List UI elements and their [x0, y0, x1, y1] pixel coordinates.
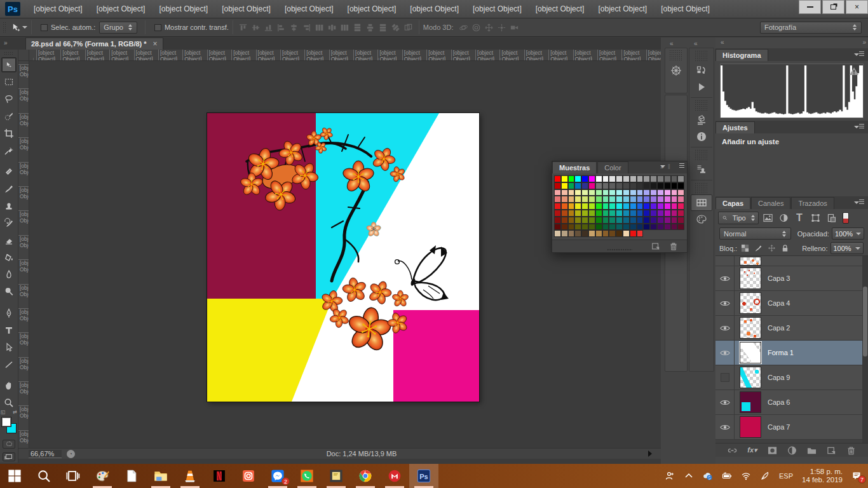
- adjustment-icon[interactable]: [736, 165, 750, 177]
- delete-layer-icon[interactable]: [846, 446, 856, 455]
- layer-thumbnail[interactable]: [740, 416, 761, 438]
- swatch[interactable]: [637, 182, 644, 189]
- swatch[interactable]: [602, 196, 609, 203]
- swatch[interactable]: [650, 196, 657, 203]
- link-layers-icon[interactable]: [728, 446, 737, 455]
- swatch[interactable]: [616, 203, 623, 210]
- swatch[interactable]: [595, 203, 602, 210]
- taskbar-app-button[interactable]: [409, 464, 438, 488]
- panel-menu-icon[interactable]: [854, 124, 864, 130]
- swatch[interactable]: [574, 196, 581, 203]
- swatch[interactable]: [637, 175, 644, 182]
- layer-row[interactable]: Capa 9: [715, 365, 868, 390]
- swatch[interactable]: [630, 175, 637, 182]
- swatch[interactable]: [574, 203, 581, 210]
- swatch[interactable]: [623, 189, 630, 196]
- menu-item[interactable]: [object Object]: [278, 4, 341, 13]
- swatch[interactable]: [581, 175, 588, 182]
- align-icon[interactable]: [326, 21, 339, 34]
- align-icon[interactable]: [390, 21, 402, 34]
- swatch[interactable]: [657, 196, 664, 203]
- swatch[interactable]: [561, 210, 568, 217]
- menu-item[interactable]: [object Object]: [90, 4, 153, 13]
- tab-trazados[interactable]: Trazados: [791, 197, 834, 209]
- close-button[interactable]: ×: [846, 0, 868, 14]
- swatch[interactable]: [561, 175, 568, 182]
- swatch[interactable]: [616, 175, 623, 182]
- screen-mode-button[interactable]: [3, 452, 15, 461]
- swatch[interactable]: [677, 224, 684, 231]
- swatch[interactable]: [630, 189, 637, 196]
- adjustment-icon[interactable]: [765, 150, 779, 161]
- adjustment-icon[interactable]: [756, 165, 770, 177]
- swatch[interactable]: [671, 196, 678, 203]
- pen-input-icon[interactable]: [760, 471, 770, 481]
- adjustment-icon[interactable]: [804, 180, 818, 192]
- swatch[interactable]: [637, 230, 644, 237]
- align-icon[interactable]: [402, 21, 415, 34]
- swatch[interactable]: [554, 210, 561, 217]
- layer-visibility-toggle[interactable]: [715, 316, 735, 340]
- swatch[interactable]: [623, 217, 630, 224]
- adjustment-icon[interactable]: [795, 165, 809, 177]
- align-icon[interactable]: [237, 21, 250, 34]
- lock-pixels-icon[interactable]: [753, 243, 764, 254]
- autoselect-dropdown[interactable]: Grupo: [99, 22, 137, 34]
- swatch[interactable]: [616, 217, 623, 224]
- transform-checkbox[interactable]: [154, 24, 161, 31]
- adjustment-icon[interactable]: [745, 180, 759, 192]
- tool-button[interactable]: [1, 357, 17, 372]
- canvas-document[interactable]: [207, 113, 479, 402]
- layer-thumbnail[interactable]: [740, 292, 761, 314]
- taskbar-app-button[interactable]: [29, 464, 58, 488]
- battery-icon[interactable]: [722, 471, 732, 481]
- swatch[interactable]: [609, 175, 616, 182]
- zoom-level-field[interactable]: 66,67%: [29, 450, 62, 458]
- align-icon[interactable]: [351, 21, 364, 34]
- dock-collapse-icon[interactable]: «: [694, 40, 697, 47]
- swatch[interactable]: [574, 230, 581, 237]
- language-indicator[interactable]: ESP: [779, 472, 793, 480]
- adjustment-icon[interactable]: [815, 165, 829, 177]
- foreground-color-well[interactable]: [1, 417, 11, 427]
- panel-icon-wheel[interactable]: [665, 62, 687, 79]
- taskbar-app-button[interactable]: [292, 464, 322, 488]
- adjustment-layer-icon[interactable]: [787, 446, 797, 455]
- swatch[interactable]: [677, 189, 684, 196]
- swatch[interactable]: [609, 182, 616, 189]
- swatch[interactable]: [554, 230, 561, 237]
- layer-visibility-toggle[interactable]: [715, 341, 735, 365]
- swatch[interactable]: [677, 210, 684, 217]
- layer-visibility-toggle[interactable]: [715, 291, 735, 315]
- swatch[interactable]: [630, 210, 637, 217]
- delete-swatch-icon[interactable]: [669, 242, 678, 250]
- swatch[interactable]: [602, 224, 609, 231]
- swatch[interactable]: [671, 224, 678, 231]
- layer-thumbnail[interactable]: [740, 257, 761, 266]
- layer-row[interactable]: Capa 3: [715, 266, 868, 291]
- taskbar-app-button[interactable]: [88, 464, 117, 488]
- layer-visibility-toggle[interactable]: [715, 256, 735, 266]
- lock-all-icon[interactable]: [780, 243, 790, 254]
- layer-thumbnail[interactable]: [740, 342, 761, 363]
- layer-visibility-toggle[interactable]: [715, 266, 735, 290]
- swatch[interactable]: [643, 203, 650, 210]
- tab-histograma[interactable]: Histograma: [715, 49, 768, 61]
- swatch[interactable]: [643, 175, 650, 182]
- swatch[interactable]: [609, 230, 616, 237]
- swatch[interactable]: [561, 189, 568, 196]
- taskbar-app-button[interactable]: [322, 464, 351, 488]
- menu-item[interactable]: [object Object]: [27, 4, 90, 13]
- swatch[interactable]: [657, 217, 664, 224]
- mode3d-icon[interactable]: [457, 21, 470, 34]
- swatch[interactable]: [643, 189, 650, 196]
- swatch[interactable]: [561, 203, 568, 210]
- status-menu-arrow[interactable]: [648, 451, 652, 457]
- swatch[interactable]: [595, 196, 602, 203]
- workspace-switcher[interactable]: Fotografía: [760, 22, 862, 34]
- swatch[interactable]: [588, 224, 595, 231]
- swatch[interactable]: [602, 203, 609, 210]
- taskbar-app-button[interactable]: 2: [263, 464, 292, 488]
- swatch[interactable]: [623, 175, 630, 182]
- swatch[interactable]: [650, 182, 657, 189]
